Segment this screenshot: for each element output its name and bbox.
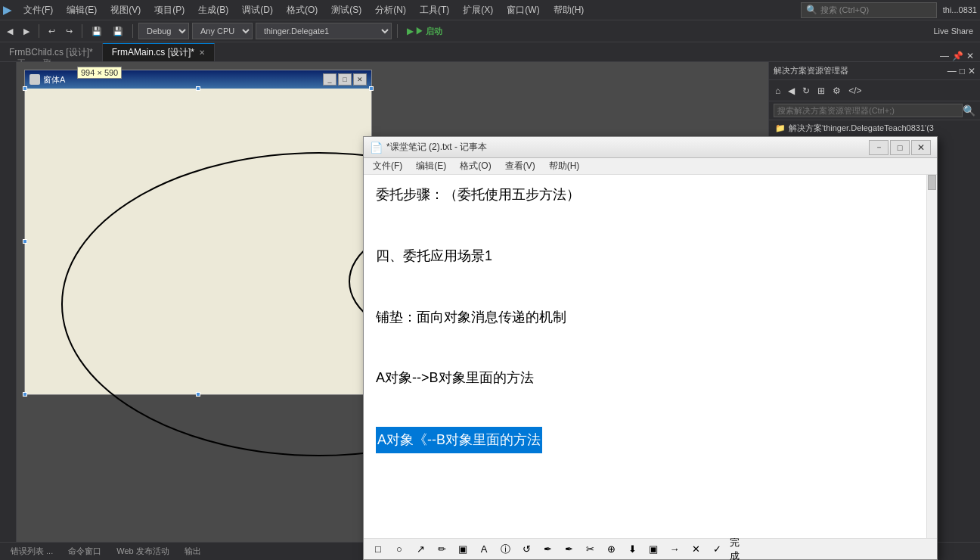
notepad-btn-draw2[interactable]: ✒ [560, 541, 577, 558]
right-panel-title: 解决方案资源管理器 [774, 65, 944, 76]
menu-file[interactable]: 文件(F) [17, 2, 59, 18]
handle-bl [23, 392, 27, 397]
notepad-btn-text[interactable]: A [476, 541, 492, 558]
tab-panel-pin[interactable]: 📌 [952, 51, 963, 61]
start-icon: ▶ [407, 26, 413, 36]
menu-view[interactable]: 视图(V) [104, 2, 147, 18]
notepad-maximize-btn[interactable]: □ [890, 140, 910, 155]
solution-search-btn[interactable]: 🔍 [963, 104, 975, 117]
toolbar-search-placeholder[interactable]: 搜索 (Ctrl+Q) [820, 5, 869, 16]
notepad-btn-check[interactable]: ✓ [709, 541, 725, 558]
notepad-window[interactable]: 📄 *课堂笔记 (2).txt - 记事本 － □ ✕ 文件(F) 编辑(E) … [363, 136, 938, 560]
notepad-line-3: 四、委托应用场景1 [376, 244, 914, 268]
menu-tools[interactable]: 工具(T) [414, 2, 455, 18]
debug-mode-dropdown[interactable]: Debug [138, 23, 189, 39]
solution-search-input[interactable] [774, 104, 963, 117]
search-box[interactable]: 🔍 [769, 101, 980, 120]
solution-settings-btn[interactable]: ⚙ [830, 84, 844, 98]
tab-errors[interactable]: 错误列表 ... [3, 544, 60, 558]
menu-format[interactable]: 格式(O) [281, 2, 324, 18]
notepad-btn-done[interactable]: 完成 [730, 541, 746, 558]
notepad-btn-arrow[interactable]: ↗ [412, 541, 429, 558]
menu-bar: ▶ 文件(F) 编辑(E) 视图(V) 项目(P) 生成(B) 调试(D) 格式… [0, 0, 980, 20]
toolbar-sep-2 [82, 24, 82, 38]
tab-panel-close[interactable]: ✕ [966, 51, 974, 61]
back-button[interactable]: ◀ [3, 25, 17, 38]
menu-test[interactable]: 测试(S) [325, 2, 368, 18]
notepad-menu-view[interactable]: 查看(V) [499, 158, 541, 174]
notepad-line-4 [376, 274, 914, 298]
tab-frmbamain-label: FrmAMain.cs [设计]* [112, 46, 194, 59]
notepad-btn-draw1[interactable]: ✒ [539, 541, 556, 558]
tab-frmbamain[interactable]: FrmAMain.cs [设计]* ✕ [103, 43, 215, 61]
notepad-menu-edit[interactable]: 编辑(E) [410, 158, 452, 174]
notepad-btn-circle[interactable]: ○ [391, 541, 408, 558]
menu-edit[interactable]: 编辑(E) [60, 2, 103, 18]
notepad-icon: 📄 [370, 142, 382, 154]
right-panel-toolbar: ⌂ ◀ ↻ ⊞ ⚙ </> [769, 80, 980, 101]
solution-sync-btn[interactable]: ⊞ [814, 84, 828, 98]
tab-frmbchild[interactable]: FrmBChild.cs [设计]* [0, 43, 103, 61]
tab-close-icon[interactable]: ✕ [199, 48, 205, 57]
notepad-btn-download[interactable]: ⬇ [624, 541, 640, 558]
notepad-btn-add[interactable]: ⊕ [603, 541, 619, 558]
notepad-btn-undo[interactable]: ↺ [518, 541, 535, 558]
tab-panel-minimize[interactable]: — [940, 51, 949, 61]
form-close-btn[interactable]: ✕ [353, 73, 367, 86]
handle-tr [369, 86, 374, 91]
menu-project[interactable]: 项目(P) [148, 2, 191, 18]
form-minimize-btn[interactable]: _ [323, 73, 336, 86]
save-button[interactable]: 💾 [88, 25, 106, 38]
notepad-btn-cancel[interactable]: ✕ [687, 541, 704, 558]
notepad-title-controls: － □ ✕ [869, 140, 931, 155]
toolbar-sep-1 [39, 24, 39, 38]
solution-tree-item[interactable]: 📁 解决方案'thinger.DelegateTeach0831'(3 [769, 120, 980, 136]
toolbar: ◀ ▶ ↩ ↪ 💾 💾 Debug Any CPU thinger.Delega… [0, 20, 980, 42]
cpu-mode-dropdown[interactable]: Any CPU [192, 23, 253, 39]
notepad-scrollbar[interactable] [926, 175, 937, 538]
design-form-body[interactable] [25, 89, 371, 394]
notepad-btn-rect[interactable]: □ [370, 541, 386, 558]
notepad-menu-help[interactable]: 帮助(H) [543, 158, 586, 174]
start-button[interactable]: ▶ ▶ 启动 [403, 24, 446, 39]
menu-analyze[interactable]: 分析(N) [369, 2, 412, 18]
solution-code-btn[interactable]: </> [845, 84, 864, 98]
solution-refresh-btn[interactable]: ↻ [799, 84, 813, 98]
notepad-btn-scissors[interactable]: ✂ [581, 541, 598, 558]
notepad-btn-next[interactable]: → [666, 541, 683, 558]
tab-web-publish[interactable]: Web 发布活动 [109, 544, 176, 558]
tab-command[interactable]: 命令窗口 [60, 544, 109, 558]
panel-float[interactable]: □ [960, 66, 965, 76]
menu-debug[interactable]: 调试(D) [236, 2, 279, 18]
notepad-menu-bar: 文件(F) 编辑(E) 格式(O) 查看(V) 帮助(H) [364, 158, 937, 175]
save-all-button[interactable]: 💾 [109, 25, 127, 38]
notepad-btn-grid[interactable]: ▣ [645, 541, 662, 558]
notepad-content[interactable]: 委托步骤：（委托使用五步方法） 四、委托应用场景1 铺垫：面向对象消息传递的机制… [364, 175, 926, 538]
menu-build[interactable]: 生成(B) [192, 2, 234, 18]
panel-auto-hide[interactable]: — [947, 66, 957, 76]
notepad-btn-box[interactable]: ▣ [454, 541, 471, 558]
notepad-btn-pen[interactable]: ✏ [433, 541, 450, 558]
panel-close[interactable]: ✕ [968, 66, 975, 76]
notepad-btn-info[interactable]: ⓘ [497, 541, 513, 558]
project-dropdown[interactable]: thinger.Delegate1 [256, 23, 392, 39]
vs-ide: ▶ 文件(F) 编辑(E) 视图(V) 项目(P) 生成(B) 调试(D) 格式… [0, 0, 980, 560]
notepad-close-btn[interactable]: ✕ [911, 140, 931, 155]
tab-output[interactable]: 输出 [177, 544, 209, 558]
live-share-button[interactable]: Live Share [929, 25, 977, 37]
menu-help[interactable]: 帮助(H) [547, 2, 591, 18]
menu-window[interactable]: 窗口(W) [501, 2, 545, 18]
toolbar-right: Live Share [929, 25, 977, 37]
solution-home-btn[interactable]: ⌂ [772, 84, 783, 98]
redo-button[interactable]: ↪ [62, 25, 76, 38]
forward-button[interactable]: ▶ [20, 25, 33, 38]
form-maximize-btn[interactable]: □ [338, 73, 352, 86]
notepad-menu-file[interactable]: 文件(F) [367, 158, 408, 174]
notepad-menu-format[interactable]: 格式(O) [454, 158, 497, 174]
menu-extensions[interactable]: 扩展(X) [457, 2, 499, 18]
design-form[interactable]: 窗体A _ □ ✕ [24, 70, 372, 395]
solution-nav-btn[interactable]: ◀ [785, 84, 798, 98]
notepad-line-8 [376, 397, 914, 421]
notepad-minimize-btn[interactable]: － [869, 140, 889, 155]
undo-button[interactable]: ↩ [45, 25, 59, 38]
